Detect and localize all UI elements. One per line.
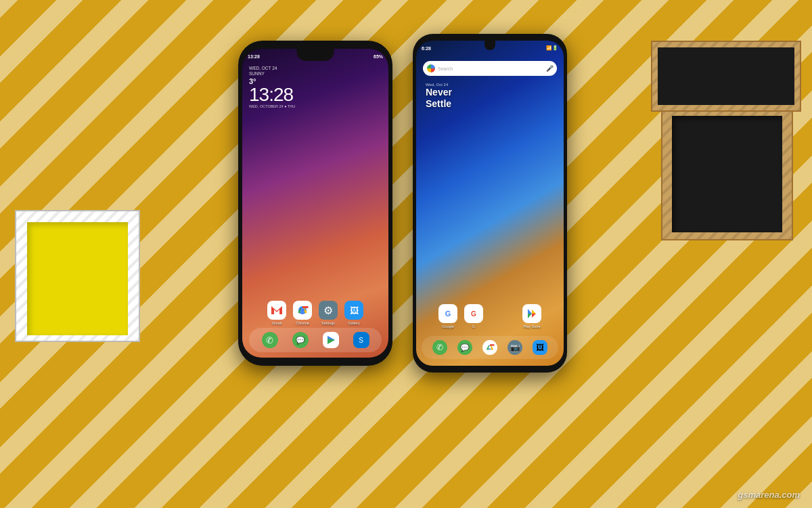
app-google2[interactable]: G G — [464, 304, 483, 329]
app-chrome[interactable]: Chrome — [293, 301, 312, 325]
search-bar-right[interactable]: Search 🎤 — [423, 61, 557, 76]
right-box-lid — [651, 41, 801, 112]
clock-time-big-left: 13:28 — [249, 85, 295, 104]
gmail-label: Gmail — [272, 321, 281, 325]
dock-phone-icon[interactable]: ✆ — [262, 332, 278, 348]
dock-phone-right[interactable]: ✆ — [432, 340, 447, 355]
status-time-left: 13:28 — [248, 54, 260, 59]
right-box-lid-interior — [658, 47, 794, 105]
google-logo — [427, 64, 435, 72]
dock-messages-icon[interactable]: 💬 — [292, 332, 309, 348]
playstore-icon — [522, 304, 541, 323]
app-gmail[interactable]: Gmail — [267, 301, 286, 325]
dock-left: ✆ 💬 S — [249, 328, 382, 352]
mic-icon[interactable]: 🎤 — [546, 65, 553, 72]
google-app-icon: G — [438, 304, 457, 323]
app-row-left-1: Gmail — [267, 301, 363, 325]
app-playstore-right[interactable]: Play Store — [522, 304, 541, 329]
app-icons-right: G Google G G Play Store — [416, 304, 564, 329]
dock-camera-right[interactable]: 📷 — [508, 340, 522, 355]
status-bar-right: 6:28 📶🔋 — [416, 41, 564, 56]
search-placeholder: Search — [438, 66, 543, 71]
status-time-right: 6:28 — [422, 46, 431, 51]
playstore-label: Play Store — [523, 324, 540, 329]
dock-play-icon[interactable] — [323, 332, 339, 348]
never-settle-widget: Wed, Oct 24 Never Settle — [426, 83, 452, 110]
google-app-icon-2: G — [464, 304, 483, 323]
right-box — [661, 105, 793, 240]
svg-point-11 — [489, 346, 491, 349]
clock-date-sub-left: WED, OCTOBER 24 ● THU — [249, 104, 295, 108]
spacer — [490, 304, 516, 329]
clock-date-left: WED, OCT 24 SUNNY — [249, 66, 295, 77]
status-battery-left: 65% — [374, 54, 383, 59]
watermark: gsmarena.com — [738, 490, 800, 500]
gmail-icon — [267, 301, 286, 320]
chrome-icon — [293, 301, 312, 320]
dock-messages-right[interactable]: 💬 — [457, 340, 472, 355]
dock-gallery-right[interactable]: 🖼 — [533, 340, 547, 355]
status-bar-left: 13:28 65% — [242, 49, 388, 64]
svg-point-1 — [300, 308, 304, 312]
left-box — [15, 210, 140, 342]
dock-swiftkey-icon[interactable]: S — [353, 332, 369, 348]
settings-label: Settings — [321, 321, 335, 325]
app-row-right-1: G Google G G Play Store — [438, 304, 541, 329]
phone-right: 6:28 📶🔋 Search 🎤 Wed, Oct 24 Never Settl… — [413, 34, 567, 373]
dock-chrome-right[interactable] — [482, 340, 497, 355]
app-settings[interactable]: ⚙ Settings — [319, 301, 338, 325]
svg-marker-6 — [532, 314, 536, 318]
app-google[interactable]: G Google — [438, 304, 457, 329]
google-label: Google — [442, 324, 454, 329]
app-gallery[interactable]: 🖼 Gallery — [344, 301, 363, 325]
gallery-icon: 🖼 — [344, 301, 363, 320]
phones-container: 13:28 65% WED, OCT 24 SUNNY 3° 13:28 WED… — [149, 41, 656, 373]
svg-marker-5 — [528, 309, 532, 314]
never-settle-text: Never Settle — [426, 87, 452, 110]
phone-right-screen: 6:28 📶🔋 Search 🎤 Wed, Oct 24 Never Settl… — [416, 41, 564, 366]
svg-marker-8 — [532, 310, 536, 314]
app-icons-left: Gmail — [242, 301, 388, 325]
right-box-interior — [672, 116, 782, 232]
clock-widget-left: WED, OCT 24 SUNNY 3° 13:28 WED, OCTOBER … — [249, 66, 295, 108]
google2-label: G — [472, 324, 475, 329]
status-icons-right: 📶🔋 — [546, 45, 558, 51]
dock-right: ✆ 💬 📷 🖼 — [422, 336, 558, 359]
left-box-interior — [27, 222, 128, 335]
settings-icon: ⚙ — [319, 301, 338, 320]
phone-left: 13:28 65% WED, OCT 24 SUNNY 3° 13:28 WED… — [238, 41, 392, 366]
svg-marker-7 — [528, 314, 532, 318]
gallery-label: Gallery — [348, 321, 359, 325]
phone-left-screen: 13:28 65% WED, OCT 24 SUNNY 3° 13:28 WED… — [242, 49, 388, 358]
chrome-label: Chrome — [296, 321, 309, 325]
never-settle-date: Wed, Oct 24 — [426, 83, 452, 87]
